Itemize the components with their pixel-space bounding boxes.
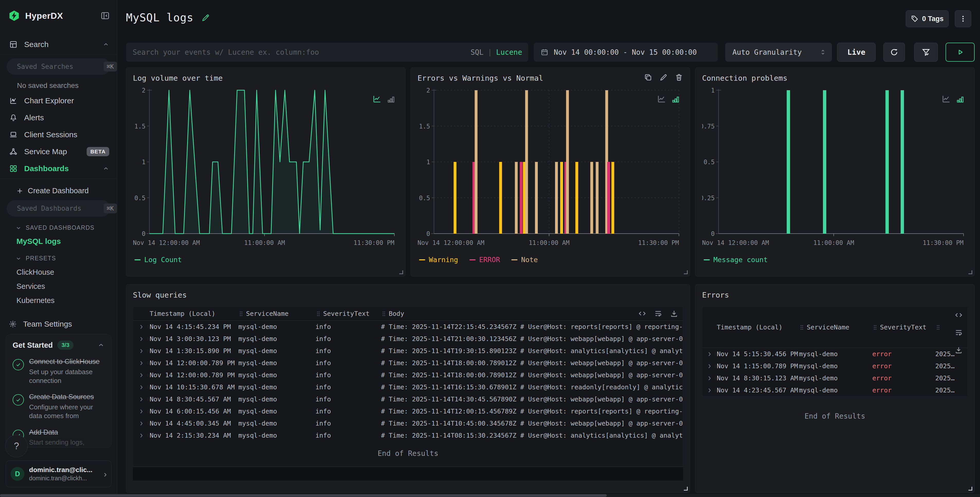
edit-title-icon[interactable]	[201, 13, 210, 22]
column-drag-handle-icon[interactable]	[315, 311, 321, 317]
sidebar-item-team-settings[interactable]: Team Settings	[0, 306, 117, 329]
line-chart-toggle-icon[interactable]	[657, 94, 666, 103]
row-expander[interactable]	[133, 396, 150, 402]
table-row[interactable]: Nov 14 4:15:45.234 PMmysql-demoinfo# Tim…	[133, 321, 683, 333]
row-expander[interactable]	[133, 408, 150, 414]
row-expander[interactable]	[702, 363, 717, 369]
table-row[interactable]: Nov 14 2:15:30.234 AMmysql-demoinfo# Tim…	[133, 429, 683, 441]
create-dashboard-button[interactable]: Create Dashboard	[0, 180, 117, 197]
scrollbar-thumb[interactable]	[0, 494, 607, 497]
run-query-button[interactable]	[945, 43, 975, 62]
expand-row-icon[interactable]	[138, 384, 145, 391]
wrap-lines-icon[interactable]	[654, 310, 662, 318]
live-button[interactable]: Live	[837, 43, 876, 62]
table-row[interactable]: Nov 14 4:23:45.567 AMmysql-demoerror2025…	[702, 384, 967, 396]
table-row[interactable]: Nov 14 6:00:15.456 AMmysql-demoinfo# Tim…	[133, 405, 683, 418]
row-expander[interactable]	[133, 384, 150, 391]
expand-row-icon[interactable]	[706, 351, 713, 357]
horizontal-scrollbar[interactable]	[0, 494, 980, 497]
column-header[interactable]: Timestamp (Local)	[150, 310, 238, 318]
row-expander[interactable]	[133, 432, 150, 439]
sql-toggle[interactable]: SQL	[471, 48, 484, 57]
row-expander[interactable]	[702, 387, 717, 394]
column-header[interactable]: ServiceName	[238, 310, 315, 318]
row-expander[interactable]	[133, 421, 150, 427]
expand-row-icon[interactable]	[706, 363, 713, 369]
column-drag-handle-icon[interactable]	[238, 311, 244, 317]
expand-row-icon[interactable]	[138, 396, 145, 402]
event-search-input[interactable]	[126, 43, 528, 62]
column-drag-handle-icon[interactable]	[799, 324, 805, 330]
tags-button[interactable]: 0 Tags	[906, 10, 949, 27]
delete-panel-icon[interactable]	[675, 73, 683, 81]
saved-dashboards-search[interactable]: ⌘K	[7, 200, 110, 217]
granularity-select[interactable]: Auto Granularity	[725, 43, 832, 62]
saved-searches-search[interactable]: ⌘K	[7, 58, 110, 75]
legend-item[interactable]: Message count	[704, 256, 768, 264]
chevron-up-icon[interactable]	[97, 341, 105, 349]
user-menu[interactable]: D dominic.tran@clic... dominic.tran@clic…	[6, 460, 111, 487]
sidebar-item-client-sessions[interactable]: Client Sessions	[0, 126, 117, 143]
table-row[interactable]: Nov 14 8:30:45.567 AMmysql-demoinfo# Tim…	[133, 393, 683, 405]
table-row[interactable]: Nov 14 10:15:30.678 AMmysql-demoinfo# Ti…	[133, 381, 683, 393]
expand-row-icon[interactable]	[706, 375, 713, 381]
column-header[interactable]: ServiceName	[799, 324, 872, 331]
table-row[interactable]: Nov 14 12:00:00.789 PMmysql-demoinfo# Ti…	[133, 369, 683, 381]
expand-row-icon[interactable]	[138, 360, 145, 366]
expand-row-icon[interactable]	[138, 372, 145, 378]
preset-kubernetes[interactable]: Kubernetes	[0, 292, 117, 306]
row-expander[interactable]	[702, 375, 717, 381]
sidebar-item-alerts[interactable]: Alerts	[0, 109, 117, 126]
sidebar-item-search[interactable]: Search	[0, 36, 117, 53]
saved-dashboards-section[interactable]: SAVED DASHBOARDS	[0, 217, 117, 233]
edit-panel-icon[interactable]	[659, 73, 668, 81]
column-drag-handle-icon[interactable]	[872, 324, 878, 330]
resize-grip[interactable]	[684, 487, 688, 491]
row-expander[interactable]	[133, 348, 150, 354]
column-header[interactable]: SeverityText	[872, 324, 935, 331]
bar-chart-toggle-icon[interactable]	[387, 95, 395, 103]
row-expander[interactable]	[133, 336, 150, 342]
row-expander[interactable]	[133, 324, 150, 330]
download-icon[interactable]	[670, 310, 678, 318]
column-header[interactable]: Timestamp (Local)	[717, 324, 799, 331]
refresh-button[interactable]	[883, 43, 905, 62]
dashboard-link-mysql-logs[interactable]: MySQL logs	[0, 233, 117, 247]
row-expander[interactable]	[133, 360, 150, 366]
legend-item[interactable]: ERROR	[469, 256, 500, 264]
resize-grip[interactable]	[399, 270, 403, 274]
wrap-lines-icon[interactable]	[955, 329, 963, 337]
expand-row-icon[interactable]	[138, 324, 145, 330]
table-row[interactable]: Nov 14 1:30:15.890 PMmysql-demoinfo# Tim…	[133, 345, 683, 357]
bar-chart-toggle-icon[interactable]	[671, 95, 680, 103]
presets-section[interactable]: PRESETS	[0, 247, 117, 264]
get-started-item-sources[interactable]: Create Data Sources Configure where your…	[13, 393, 105, 420]
panel-menu-button[interactable]	[955, 10, 971, 27]
saved-searches-input[interactable]	[17, 63, 103, 70]
expand-row-icon[interactable]	[138, 408, 145, 414]
table-row[interactable]: Nov 14 4:45:00.345 AMmysql-demoinfo# Tim…	[133, 418, 683, 429]
get-started-item-connect[interactable]: Connect to ClickHouse Set up your databa…	[13, 357, 105, 385]
table-row[interactable]: Nov 14 8:30:15.123 AMmysql-demoerror2025…	[702, 372, 967, 384]
saved-dashboards-input[interactable]	[17, 205, 103, 212]
preset-services[interactable]: Services	[0, 278, 117, 292]
expand-row-icon[interactable]	[138, 336, 145, 342]
code-view-icon[interactable]	[955, 311, 963, 319]
resize-grip[interactable]	[969, 270, 972, 274]
legend-item[interactable]: Warning	[419, 256, 458, 264]
sidebar-item-dashboards[interactable]: Dashboards	[0, 160, 117, 177]
column-drag-handle-icon[interactable]	[935, 324, 941, 330]
table-scroll-strip[interactable]	[133, 467, 683, 481]
time-range-picker[interactable]: Nov 14 00:00:00 - Nov 15 00:00:00	[534, 43, 718, 62]
expand-row-icon[interactable]	[138, 348, 145, 354]
legend-item[interactable]: Note	[511, 256, 538, 264]
download-icon[interactable]	[955, 346, 963, 354]
duplicate-panel-icon[interactable]	[644, 73, 652, 81]
legend-item[interactable]: Log Count	[134, 256, 182, 264]
line-chart-toggle-icon[interactable]	[372, 94, 382, 103]
expand-row-icon[interactable]	[138, 421, 145, 427]
table-row[interactable]: Nov 14 1:15:00.789 PMmysql-demoerror2025…	[702, 360, 967, 372]
line-chart-toggle-icon[interactable]	[942, 94, 951, 103]
sidebar-item-chart-explorer[interactable]: Chart Explorer	[0, 92, 117, 109]
column-header[interactable]: SeverityText	[315, 310, 381, 318]
